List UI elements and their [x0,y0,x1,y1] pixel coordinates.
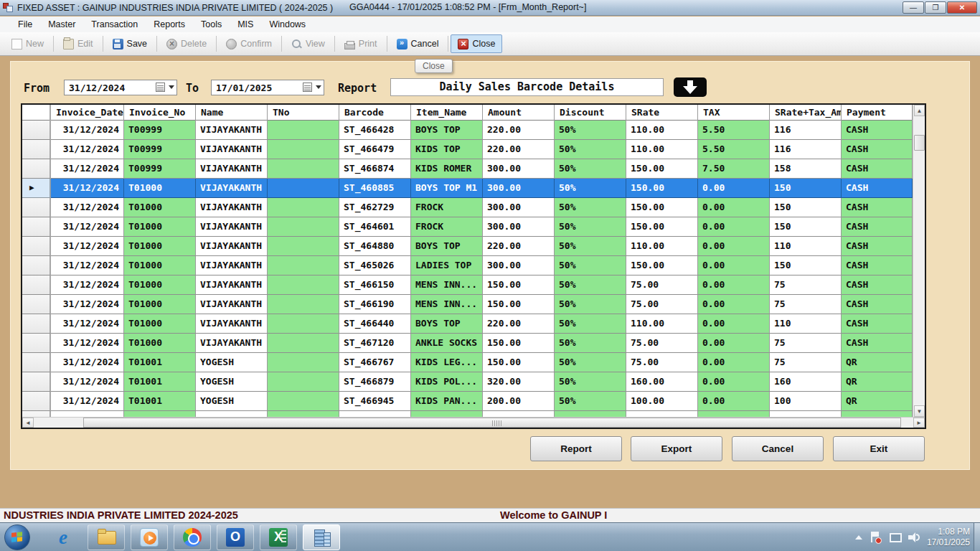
grid-cell[interactable]: VIJAYAKANTH [196,295,268,314]
grid-cell[interactable]: 31/12/2024 [51,334,124,353]
grid-cell[interactable] [268,217,339,237]
grid-cell[interactable]: T01000 [124,295,196,314]
grid-cell[interactable] [268,179,339,198]
toolbar-button-new[interactable]: New [4,34,51,53]
grid-cell[interactable]: 150.00 [483,334,555,353]
grid-cell[interactable]: 0.00 [698,372,770,392]
grid-cell[interactable]: 50% [555,411,626,417]
grid-cell[interactable]: 50% [555,276,626,295]
grid-cell[interactable]: 50% [555,256,626,276]
grid-cell[interactable]: 300.00 [483,256,555,276]
grid-cell[interactable]: 50% [555,179,626,198]
grid-cell[interactable]: 0.00 [698,334,770,353]
row-selector[interactable] [22,353,51,372]
grid-cell[interactable]: 31/12/2024 [51,217,124,237]
menu-item-master[interactable]: Master [40,18,83,31]
column-header-srate[interactable]: SRate [626,105,698,121]
minimize-button[interactable]: — [903,1,924,14]
grid-cell[interactable]: 50% [555,372,626,392]
grid-cell[interactable]: VIJAYAKANTH [196,256,268,276]
row-selector[interactable] [22,411,51,417]
column-header-invoice-no[interactable]: Invoice_No [124,105,196,121]
grid-cell[interactable]: 150.00 [483,276,555,295]
grid-cell[interactable]: 0.00 [698,217,770,237]
column-header-srate-tax-amo[interactable]: SRate+Tax_Amo [770,105,842,121]
row-selector[interactable] [22,334,51,353]
grid-cell[interactable]: 0.00 [698,295,770,314]
grid-cell[interactable]: 110.00 [626,121,698,140]
grid-cell[interactable]: T01001 [124,392,196,411]
grid-cell[interactable]: ST_467140 [339,411,411,417]
grid-cell[interactable]: 75 [770,353,842,372]
taskbar-app-media-player[interactable] [131,524,168,550]
taskbar-app-excel[interactable]: X [260,524,297,550]
grid-cell[interactable]: ST_466479 [339,140,411,159]
grid-cell[interactable]: CASH [842,179,913,198]
grid-cell[interactable]: FROCK [411,198,483,217]
grid-cell[interactable]: ST_462729 [339,198,411,217]
toolbar-button-edit[interactable]: Edit [56,34,100,53]
grid-cell[interactable]: ST_466440 [339,314,411,334]
volume-icon[interactable] [908,531,920,544]
grid-cell[interactable]: ANKLE SOCKS [411,334,483,353]
scroll-right-icon[interactable]: ► [913,418,925,428]
column-header-item-name[interactable]: Item_Name [411,105,483,121]
grid-cell[interactable]: 50% [555,159,626,179]
grid-cell[interactable]: CASH [842,256,913,276]
toolbar-button-delete[interactable]: Delete [159,34,214,53]
column-header-barcode[interactable]: Barcode [339,105,411,121]
grid-cell[interactable]: 150 [770,256,842,276]
scroll-up-icon[interactable]: ▲ [914,105,925,116]
grid-cell[interactable]: 300.00 [483,179,555,198]
from-date-input[interactable]: 31/12/2024 [64,80,177,95]
grid-cell[interactable]: 50% [555,198,626,217]
toolbar-button-close[interactable]: Close [451,34,502,53]
grid-cell[interactable]: 0.00 [698,179,770,198]
grid-cell[interactable]: YOGESH [196,353,268,372]
grid-cell[interactable]: QR [842,353,913,372]
grid-cell[interactable]: 50% [555,121,626,140]
action-center-icon[interactable] [869,531,882,544]
calendar-icon[interactable] [156,83,165,92]
horizontal-scrollbar[interactable]: ◄ ► [22,417,925,428]
grid-cell[interactable]: 31/12/2024 [51,140,124,159]
grid-cell[interactable]: 220.00 [483,314,555,334]
grid-cell[interactable]: 220.00 [483,121,555,140]
row-selector[interactable] [22,140,51,159]
grid-cell[interactable]: 50% [555,314,626,334]
grid-cell[interactable] [268,392,339,411]
grid-cell[interactable]: CASH [842,159,913,179]
grid-cell[interactable]: QR [842,392,913,411]
grid-cell[interactable] [268,372,339,392]
grid-cell[interactable]: CASH [842,217,913,237]
grid-cell[interactable]: 150.00 [626,256,698,276]
grid-cell[interactable]: 158 [770,159,842,179]
grid-cell[interactable]: 50% [555,140,626,159]
grid-cell[interactable]: ST_466874 [339,159,411,179]
grid-cell[interactable] [268,276,339,295]
grid-cell[interactable]: QR [842,372,913,392]
scroll-down-icon[interactable]: ▼ [914,405,925,417]
toolbar-button-view[interactable]: View [284,34,332,53]
grid-cell[interactable]: 220.00 [483,237,555,256]
grid-cell[interactable]: QR [842,411,913,417]
grid-cell[interactable]: ST_466767 [339,353,411,372]
grid-cell[interactable]: CASH [842,140,913,159]
row-selector[interactable] [22,392,51,411]
grid-cell[interactable]: CASH [842,314,913,334]
report-button[interactable]: Report [530,436,622,461]
grid-cell[interactable]: 0.00 [698,314,770,334]
row-selector[interactable] [22,372,51,392]
grid-cell[interactable] [268,411,339,417]
grid-cell[interactable]: KIDS TOP [411,140,483,159]
grid-cell[interactable]: VIJAYAKANTH [196,217,268,237]
grid-cell[interactable]: 31/12/2024 [51,179,124,198]
grid-cell[interactable]: 31/12/2024 [51,295,124,314]
menu-item-file[interactable]: File [10,18,40,31]
restore-button[interactable]: ❐ [925,1,946,14]
grid-cell[interactable]: YOGESH [196,411,268,417]
grid-cell[interactable]: 110.00 [626,314,698,334]
grid-cell[interactable] [268,314,339,334]
scroll-left-icon[interactable]: ◄ [22,418,34,428]
grid-cell[interactable]: 0.00 [698,411,770,417]
